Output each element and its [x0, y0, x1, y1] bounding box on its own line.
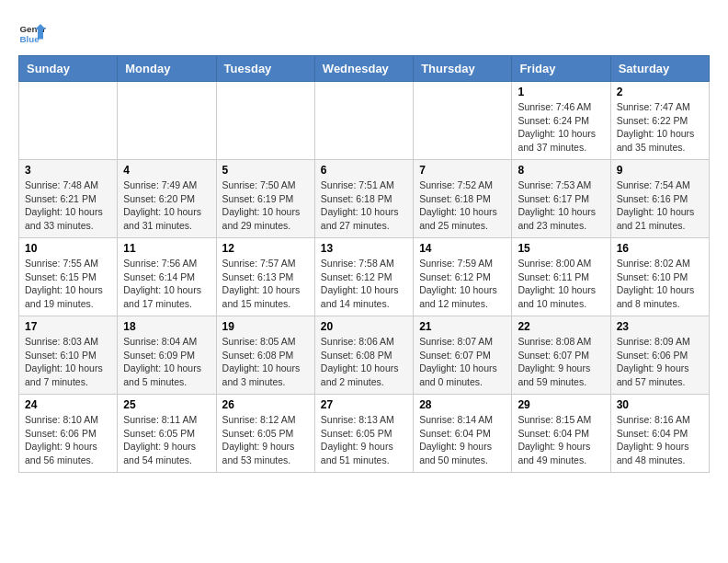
day-info: Sunrise: 8:07 AM Sunset: 6:07 PM Dayligh… — [419, 335, 506, 389]
calendar-cell: 9Sunrise: 7:54 AM Sunset: 6:16 PM Daylig… — [610, 160, 709, 238]
calendar-cell: 18Sunrise: 8:04 AM Sunset: 6:09 PM Dayli… — [118, 316, 216, 395]
day-number: 10 — [25, 242, 111, 255]
calendar-cell: 16Sunrise: 8:02 AM Sunset: 6:10 PM Dayli… — [610, 238, 709, 316]
day-number: 14 — [419, 242, 506, 255]
day-number: 20 — [321, 320, 407, 333]
weekday-header-monday: Monday — [118, 56, 216, 82]
day-info: Sunrise: 7:51 AM Sunset: 6:18 PM Dayligh… — [321, 178, 407, 233]
calendar-cell: 15Sunrise: 8:00 AM Sunset: 6:11 PM Dayli… — [512, 238, 610, 316]
weekday-header-saturday: Saturday — [610, 56, 709, 82]
day-number: 26 — [222, 398, 309, 411]
calendar-cell: 24Sunrise: 8:10 AM Sunset: 6:06 PM Dayli… — [19, 395, 118, 473]
day-number: 18 — [123, 320, 210, 333]
calendar-cell: 7Sunrise: 7:52 AM Sunset: 6:18 PM Daylig… — [414, 160, 512, 238]
day-info: Sunrise: 7:57 AM Sunset: 6:13 PM Dayligh… — [222, 257, 309, 311]
day-info: Sunrise: 8:03 AM Sunset: 6:10 PM Dayligh… — [25, 335, 111, 389]
day-number: 12 — [222, 242, 309, 255]
day-info: Sunrise: 8:09 AM Sunset: 6:06 PM Dayligh… — [617, 335, 703, 389]
day-number: 24 — [25, 398, 111, 411]
day-info: Sunrise: 8:16 AM Sunset: 6:04 PM Dayligh… — [617, 413, 703, 467]
weekday-header-wednesday: Wednesday — [314, 56, 413, 82]
day-info: Sunrise: 7:47 AM Sunset: 6:22 PM Dayligh… — [617, 100, 703, 155]
calendar-cell: 8Sunrise: 7:53 AM Sunset: 6:17 PM Daylig… — [512, 160, 610, 238]
day-number: 2 — [617, 86, 703, 98]
calendar-week-row: 3Sunrise: 7:48 AM Sunset: 6:21 PM Daylig… — [19, 160, 710, 238]
day-info: Sunrise: 7:50 AM Sunset: 6:19 PM Dayligh… — [222, 178, 309, 233]
day-number: 6 — [321, 164, 407, 177]
calendar-cell — [19, 82, 118, 160]
calendar-cell — [118, 82, 216, 160]
weekday-header-friday: Friday — [512, 56, 610, 82]
day-info: Sunrise: 7:48 AM Sunset: 6:21 PM Dayligh… — [25, 178, 111, 233]
calendar-cell: 28Sunrise: 8:14 AM Sunset: 6:04 PM Dayli… — [414, 395, 512, 473]
day-number: 8 — [518, 164, 604, 177]
day-number: 9 — [617, 164, 703, 177]
day-info: Sunrise: 8:06 AM Sunset: 6:08 PM Dayligh… — [321, 335, 407, 389]
day-info: Sunrise: 7:55 AM Sunset: 6:15 PM Dayligh… — [25, 257, 111, 311]
calendar-cell: 21Sunrise: 8:07 AM Sunset: 6:07 PM Dayli… — [414, 316, 512, 395]
calendar-cell: 17Sunrise: 8:03 AM Sunset: 6:10 PM Dayli… — [19, 316, 118, 395]
calendar-cell: 30Sunrise: 8:16 AM Sunset: 6:04 PM Dayli… — [610, 395, 709, 473]
day-info: Sunrise: 8:05 AM Sunset: 6:08 PM Dayligh… — [222, 335, 309, 389]
day-number: 4 — [123, 164, 210, 177]
calendar-cell: 6Sunrise: 7:51 AM Sunset: 6:18 PM Daylig… — [314, 160, 413, 238]
weekday-header-tuesday: Tuesday — [216, 56, 314, 82]
calendar-cell: 5Sunrise: 7:50 AM Sunset: 6:19 PM Daylig… — [216, 160, 314, 238]
day-info: Sunrise: 7:46 AM Sunset: 6:24 PM Dayligh… — [518, 100, 604, 155]
calendar-cell: 22Sunrise: 8:08 AM Sunset: 6:07 PM Dayli… — [512, 316, 610, 395]
day-info: Sunrise: 8:08 AM Sunset: 6:07 PM Dayligh… — [518, 335, 604, 389]
day-info: Sunrise: 8:02 AM Sunset: 6:10 PM Dayligh… — [617, 257, 703, 311]
calendar-cell: 1Sunrise: 7:46 AM Sunset: 6:24 PM Daylig… — [512, 82, 610, 160]
day-info: Sunrise: 7:52 AM Sunset: 6:18 PM Dayligh… — [419, 178, 506, 233]
day-info: Sunrise: 8:12 AM Sunset: 6:05 PM Dayligh… — [222, 413, 309, 467]
calendar-week-row: 24Sunrise: 8:10 AM Sunset: 6:06 PM Dayli… — [19, 395, 710, 473]
day-number: 7 — [419, 164, 506, 177]
weekday-header-sunday: Sunday — [19, 56, 118, 82]
calendar-cell: 19Sunrise: 8:05 AM Sunset: 6:08 PM Dayli… — [216, 316, 314, 395]
day-info: Sunrise: 8:15 AM Sunset: 6:04 PM Dayligh… — [518, 413, 604, 467]
day-number: 17 — [25, 320, 111, 333]
calendar-table: SundayMondayTuesdayWednesdayThursdayFrid… — [18, 55, 710, 473]
day-number: 11 — [123, 242, 210, 255]
day-number: 28 — [419, 398, 506, 411]
day-number: 16 — [617, 242, 703, 255]
day-info: Sunrise: 7:59 AM Sunset: 6:12 PM Dayligh… — [419, 257, 506, 311]
day-info: Sunrise: 8:04 AM Sunset: 6:09 PM Dayligh… — [123, 335, 210, 389]
calendar-cell: 14Sunrise: 7:59 AM Sunset: 6:12 PM Dayli… — [414, 238, 512, 316]
weekday-header-thursday: Thursday — [414, 56, 512, 82]
calendar-week-row: 17Sunrise: 8:03 AM Sunset: 6:10 PM Dayli… — [19, 316, 710, 395]
day-number: 22 — [518, 320, 604, 333]
calendar-cell: 27Sunrise: 8:13 AM Sunset: 6:05 PM Dayli… — [314, 395, 413, 473]
calendar-header-row: SundayMondayTuesdayWednesdayThursdayFrid… — [19, 56, 710, 82]
day-number: 27 — [321, 398, 407, 411]
day-info: Sunrise: 8:14 AM Sunset: 6:04 PM Dayligh… — [419, 413, 506, 467]
calendar-cell: 29Sunrise: 8:15 AM Sunset: 6:04 PM Dayli… — [512, 395, 610, 473]
calendar-cell: 3Sunrise: 7:48 AM Sunset: 6:21 PM Daylig… — [19, 160, 118, 238]
calendar-week-row: 1Sunrise: 7:46 AM Sunset: 6:24 PM Daylig… — [19, 82, 710, 160]
page-header: General Blue — [18, 18, 710, 46]
calendar-cell: 4Sunrise: 7:49 AM Sunset: 6:20 PM Daylig… — [118, 160, 216, 238]
calendar-cell — [414, 82, 512, 160]
day-number: 30 — [617, 398, 703, 411]
day-info: Sunrise: 8:10 AM Sunset: 6:06 PM Dayligh… — [25, 413, 111, 467]
day-info: Sunrise: 7:56 AM Sunset: 6:14 PM Dayligh… — [123, 257, 210, 311]
day-info: Sunrise: 8:11 AM Sunset: 6:05 PM Dayligh… — [123, 413, 210, 467]
day-number: 23 — [617, 320, 703, 333]
calendar-cell: 23Sunrise: 8:09 AM Sunset: 6:06 PM Dayli… — [610, 316, 709, 395]
day-number: 25 — [123, 398, 210, 411]
calendar-cell — [216, 82, 314, 160]
calendar-cell — [314, 82, 413, 160]
day-number: 21 — [419, 320, 506, 333]
day-number: 1 — [518, 86, 604, 98]
day-info: Sunrise: 7:58 AM Sunset: 6:12 PM Dayligh… — [321, 257, 407, 311]
calendar-cell: 20Sunrise: 8:06 AM Sunset: 6:08 PM Dayli… — [314, 316, 413, 395]
logo: General Blue — [18, 18, 46, 46]
day-info: Sunrise: 7:49 AM Sunset: 6:20 PM Dayligh… — [123, 178, 210, 233]
day-number: 5 — [222, 164, 309, 177]
calendar-cell: 10Sunrise: 7:55 AM Sunset: 6:15 PM Dayli… — [19, 238, 118, 316]
day-number: 3 — [25, 164, 111, 177]
day-number: 29 — [518, 398, 604, 411]
calendar-cell: 26Sunrise: 8:12 AM Sunset: 6:05 PM Dayli… — [216, 395, 314, 473]
day-number: 13 — [321, 242, 407, 255]
svg-text:Blue: Blue — [20, 34, 40, 44]
